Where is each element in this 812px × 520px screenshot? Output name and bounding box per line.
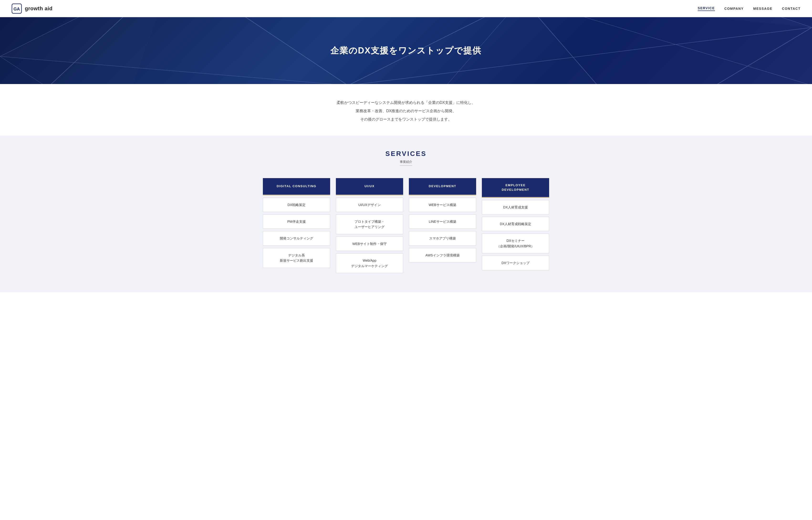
service-item-web-service: WEBサービス構築 bbox=[409, 198, 476, 212]
svg-text:GA: GA bbox=[13, 7, 20, 11]
service-header-uiux: UI/UX bbox=[336, 178, 403, 195]
nav-item-company[interactable]: COMPANY bbox=[724, 7, 744, 10]
service-item-web-app-marketing: Web/Appデジタルマーケティング bbox=[336, 253, 403, 273]
logo-icon: GA bbox=[11, 3, 22, 14]
service-column-employee-dev: EMPLOYEEDEVELOPMENT DX人材育成支援 DX人材育成戦略策定 … bbox=[482, 178, 549, 273]
service-item-dx-seminar: DXセミナー（企画/開発/UIUX/BPR） bbox=[482, 234, 549, 253]
description-text: 柔軟かつスピーディーなシステム開発が求められる「企業のDX支援」に特化し、 業務… bbox=[5, 98, 807, 124]
nav-item-message[interactable]: MESSAGE bbox=[753, 7, 773, 10]
section-header: SERVICES 事業紹介 bbox=[9, 150, 803, 166]
nav-item-service[interactable]: SERVICE bbox=[698, 6, 715, 11]
service-column-uiux: UI/UX UI/UXデザイン プロトタイプ構築・ユーザーヒアリング WEBサイ… bbox=[336, 178, 403, 273]
hero-banner: 企業のDX支援をワンストップで提供 bbox=[0, 17, 812, 84]
svg-marker-21 bbox=[522, 17, 812, 27]
service-item-dev-consulting: 開発コンサルティング bbox=[263, 231, 330, 245]
service-column-digital-consulting: DIGITAL CONSULTING DX戦略策定 PM伴走支援 開発コンサルテ… bbox=[263, 178, 330, 273]
services-grid: DIGITAL CONSULTING DX戦略策定 PM伴走支援 開発コンサルテ… bbox=[263, 178, 549, 273]
nav-item-contact[interactable]: CONTACT bbox=[782, 7, 801, 10]
service-header-digital-consulting: DIGITAL CONSULTING bbox=[263, 178, 330, 195]
section-title: SERVICES bbox=[9, 150, 803, 158]
section-subtitle: 事業紹介 bbox=[400, 160, 412, 166]
service-item-uiux-design: UI/UXデザイン bbox=[336, 198, 403, 212]
main-nav: SERVICE COMPANY MESSAGE CONTACT bbox=[698, 6, 801, 11]
service-item-dx-human-strategy: DX人材育成戦略策定 bbox=[482, 217, 549, 231]
service-item-dx-strategy: DX戦略策定 bbox=[263, 198, 330, 212]
header: GA growth aid SERVICE COMPANY MESSAGE CO… bbox=[0, 0, 812, 17]
service-item-smartphone-app: スマホアプリ構築 bbox=[409, 231, 476, 245]
description-section: 柔軟かつスピーディーなシステム開発が求められる「企業のDX支援」に特化し、 業務… bbox=[0, 84, 812, 136]
service-item-dx-workshop: DXワークショップ bbox=[482, 256, 549, 270]
svg-line-6 bbox=[638, 27, 812, 84]
hero-title: 企業のDX支援をワンストップで提供 bbox=[330, 45, 481, 57]
service-item-web-create: WEBサイト制作・保守 bbox=[336, 237, 403, 251]
service-item-pm-support: PM伴走支援 bbox=[263, 214, 330, 229]
logo-text: growth aid bbox=[25, 5, 53, 12]
service-item-dx-human-support: DX人材育成支援 bbox=[482, 200, 549, 214]
service-item-prototype: プロトタイプ構築・ユーザーヒアリング bbox=[336, 214, 403, 234]
svg-marker-19 bbox=[0, 17, 348, 84]
services-section: SERVICES 事業紹介 DIGITAL CONSULTING DX戦略策定 … bbox=[0, 136, 812, 292]
logo-area[interactable]: GA growth aid bbox=[11, 3, 53, 14]
service-header-employee-dev: EMPLOYEEDEVELOPMENT bbox=[482, 178, 549, 198]
service-item-line-service: LINEサービス構築 bbox=[409, 214, 476, 229]
service-header-development: DEVELOPMENT bbox=[409, 178, 476, 195]
service-item-digital-new: デジタル系新規サービス創出支援 bbox=[263, 248, 330, 268]
service-item-aws-infra: AWSインフラ環境構築 bbox=[409, 248, 476, 262]
service-column-development: DEVELOPMENT WEBサービス構築 LINEサービス構築 スマホアプリ構… bbox=[409, 178, 476, 273]
